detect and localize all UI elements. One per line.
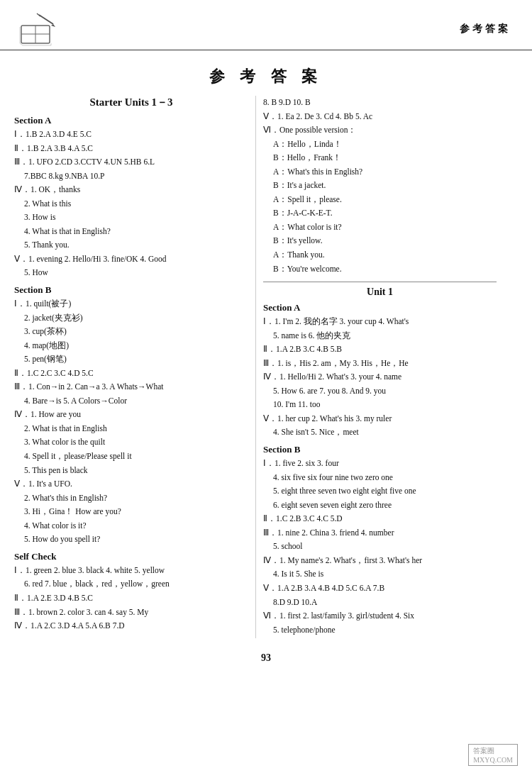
line-ib-1: Ⅰ．1. quilt(被子) xyxy=(14,297,248,311)
line-iva-2: 2. What is this xyxy=(14,197,248,211)
line-r5: B：Hello，Frank！ xyxy=(263,151,497,165)
u1-line-ib-2: 4. six five six four nine two zero one xyxy=(263,471,497,485)
line-r12: A：Thank you. xyxy=(263,248,497,262)
u1-line-iva-2: 5. How 6. are 7. you 8. And 9. you xyxy=(263,384,497,399)
u1-line-va-1: Ⅴ．1. her cup 2. What's his 3. my ruler xyxy=(263,412,497,426)
line-ivb-1: Ⅳ．1. How are you xyxy=(14,408,248,422)
line-ivsc: Ⅳ．1.A 2.C 3.D 4.A 5.A 6.B 7.D xyxy=(14,619,248,633)
line-ib-4: 4. map(地图) xyxy=(14,339,248,353)
line-va-2: 5. How xyxy=(14,266,248,280)
u1-line-iib: Ⅱ．1.C 2.B 3.C 4.C 5.D xyxy=(263,512,497,526)
line-iiib-1: Ⅲ．1. Con→in 2. Can→a 3. A Whats→What xyxy=(14,380,248,394)
line-r9: B：J-A-C-K-E-T. xyxy=(263,206,497,221)
unit1-section-b-label: Section B xyxy=(263,444,497,455)
line-ivb-2: 2. What is that in English xyxy=(14,422,248,436)
svg-line-3 xyxy=(39,15,53,24)
unit1-section-a-content: Ⅰ．1. I'm 2. 我的名字 3. your cup 4. What's 5… xyxy=(263,315,497,440)
page-wrapper: 参考答案 参 考 答 案 Starter Units 1－3 Section A… xyxy=(0,0,532,773)
u1-line-ib-1: Ⅰ．1. five 2. six 3. four xyxy=(263,457,497,471)
line-vb-5: 5. How do you spell it? xyxy=(14,533,248,547)
line-iva-label: Ⅳ．1. OK，thanks xyxy=(14,183,248,197)
unit1-title: Unit 1 xyxy=(263,282,497,298)
line-r10: A：What color is it? xyxy=(263,221,497,235)
left-column: Starter Units 1－3 Section A Ⅰ．1.B 2.A 3.… xyxy=(14,96,255,635)
line-ib-2: 2. jacket(夹克衫) xyxy=(14,311,248,326)
line-ib-3: 3. cup(茶杯) xyxy=(14,325,248,339)
line-iva-5: 5. Thank you. xyxy=(14,238,248,252)
page-number: 93 xyxy=(261,652,271,663)
u1-line-vb-1: Ⅴ．1.A 2.B 3.A 4.B 4.D 5.C 6.A 7.B xyxy=(263,582,497,596)
u1-line-va-2: 4. She isn't 5. Nice，meet xyxy=(263,426,497,440)
u1-line-iiia: Ⅲ．1. is，His 2. am，My 3. His，He，He xyxy=(263,357,497,371)
line-iiib-2: 4. Bare→is 5. A Colors→Color xyxy=(14,394,248,408)
line-isc-1: Ⅰ．1. green 2. blue 3. black 4. white 5. … xyxy=(14,564,248,578)
line-r13: B：You're welcome. xyxy=(263,262,497,277)
section-a-content: Ⅰ．1.B 2.A 3.D 4.E 5.C Ⅱ．1.B 2.A 3.B 4.A … xyxy=(14,128,248,280)
u1-line-vib-1: Ⅵ．1. first 2. last/family 3. girl/studen… xyxy=(263,609,497,623)
u1-line-vib-2: 5. telephone/phone xyxy=(263,623,497,638)
u1-line-iva-1: Ⅳ．1. Hello/Hi 2. What's 3. your 4. name xyxy=(263,370,497,384)
section-b-label: Section B xyxy=(14,284,248,296)
right-continuation: 8. B 9.D 10. B Ⅴ．1. Ea 2. De 3. Cd 4. Bb… xyxy=(263,96,497,276)
line-r6: A：What's this in English? xyxy=(263,165,497,179)
line-r8: A：Spell it，please. xyxy=(263,193,497,207)
u1-line-ia-1: Ⅰ．1. I'm 2. 我的名字 3. your cup 4. What's xyxy=(263,315,497,329)
line-vb-2: 2. What's this in English? xyxy=(14,491,248,506)
u1-line-iiib-1: Ⅲ．1. nine 2. China 3. friend 4. number xyxy=(263,526,497,540)
header-bar: 参考答案 xyxy=(0,7,532,50)
u1-line-ivb-2: 4. Is it 5. She is xyxy=(263,567,497,582)
svg-marker-4 xyxy=(51,24,55,27)
line-ivb-5: 5. This pen is black xyxy=(14,464,248,478)
unit1-section-b-content: Ⅰ．1. five 2. six 3. four 4. six five six… xyxy=(263,457,497,637)
line-iiisc: Ⅲ．1. brown 2. color 3. can 4. say 5. My xyxy=(14,606,248,620)
line-ia: Ⅰ．1.B 2.A 3.D 4.E 5.C xyxy=(14,128,248,142)
section-b-content: Ⅰ．1. quilt(被子) 2. jacket(夹克衫) 3. cup(茶杯)… xyxy=(14,297,248,547)
line-ib-5: 5. pen(钢笔) xyxy=(14,352,248,367)
line-r2: Ⅴ．1. Ea 2. De 3. Cd 4. Bb 5. Ac xyxy=(263,110,497,124)
line-ivb-4: 4. Spell it，please/Please spell it xyxy=(14,450,248,464)
line-vb-1: Ⅴ．1. It's a UFO. xyxy=(14,477,248,491)
line-ivb-3: 3. What color is the quilt xyxy=(14,435,248,450)
u1-line-vb-2: 8.D 9.D 10.A xyxy=(263,596,497,610)
u1-line-iva-3: 10. I'm 11. too xyxy=(263,398,497,412)
u1-line-ib-4: 6. eight seven seven eight zero three xyxy=(263,499,497,513)
line-iva-4: 4. What is that in English? xyxy=(14,225,248,239)
line-iva-3: 3. How is xyxy=(14,211,248,225)
line-r7: B：It's a jacket. xyxy=(263,179,497,193)
line-r1: 8. B 9.D 10. B xyxy=(263,96,497,110)
u1-line-ivb-1: Ⅳ．1. My name's 2. What's，first 3. What's… xyxy=(263,554,497,568)
watermark: 答案圈MXYQ.COM xyxy=(468,744,518,766)
self-check-content: Ⅰ．1. green 2. blue 3. black 4. white 5. … xyxy=(14,564,248,633)
two-col-layout: Starter Units 1－3 Section A Ⅰ．1.B 2.A 3.… xyxy=(0,96,532,638)
unit1-section-a-label: Section A xyxy=(263,302,497,313)
watermark-box: 答案圈MXYQ.COM xyxy=(468,744,518,766)
starter-units-title: Starter Units 1－3 xyxy=(14,96,248,109)
u1-line-iiib-2: 5. school xyxy=(263,540,497,554)
page-title: 参 考 答 案 xyxy=(0,66,532,87)
line-iib: Ⅱ．1.C 2.C 3.C 4.D 5.C xyxy=(14,367,248,381)
u1-line-iia: Ⅱ．1.A 2.B 3.C 4.B 5.B xyxy=(263,343,497,357)
line-isc-2: 6. red 7. blue，black，red，yellow，green xyxy=(14,577,248,591)
line-iiia-1: Ⅲ．1. UFO 2.CD 3.CCTV 4.UN 5.HB 6.L xyxy=(14,155,248,169)
self-check-label: Self Check xyxy=(14,551,248,562)
right-column: 8. B 9.D 10. B Ⅴ．1. Ea 2. De 3. Cd 4. Bb… xyxy=(255,96,497,638)
section-a-label: Section A xyxy=(14,115,248,126)
page-title-section: 参 考 答 案 xyxy=(0,53,532,96)
line-vb-3: 3. Hi，Gina！ How are you? xyxy=(14,505,248,519)
header-title: 参考答案 xyxy=(460,23,511,35)
line-iia: Ⅱ．1.B 2.A 3.B 4.A 5.C xyxy=(14,142,248,156)
footer: 93 xyxy=(0,652,532,664)
line-va-1: Ⅴ．1. evening 2. Hello/Hi 3. fine/OK 4. G… xyxy=(14,252,248,267)
line-vb-4: 4. What color is it? xyxy=(14,519,248,533)
u1-line-ia-2: 5. name is 6. 他的夹克 xyxy=(263,329,497,343)
line-r11: B：It's yellow. xyxy=(263,234,497,248)
line-r3: Ⅵ．One possible version： xyxy=(263,123,497,138)
u1-line-ib-3: 5. eight three seven two eight eight fiv… xyxy=(263,484,497,499)
line-r4: A：Hello，Linda！ xyxy=(263,138,497,152)
line-iiia-2: 7.BBC 8.kg 9.NBA 10.P xyxy=(14,169,248,184)
line-iisc: Ⅱ．1.A 2.E 3.D 4.B 5.C xyxy=(14,591,248,606)
header-logo xyxy=(14,11,64,47)
